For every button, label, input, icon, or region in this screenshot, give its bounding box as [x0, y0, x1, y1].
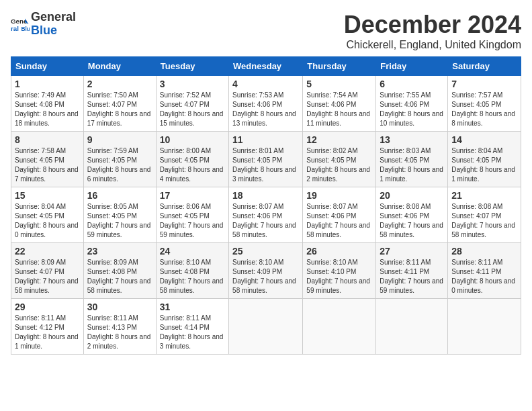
header-wednesday: Wednesday	[229, 57, 303, 76]
calendar-cell: 17Sunrise: 8:06 AM Sunset: 4:05 PM Dayli…	[156, 187, 228, 243]
header-thursday: Thursday	[303, 57, 376, 76]
day-number: 11	[232, 134, 299, 145]
calendar-cell: 3Sunrise: 7:52 AM Sunset: 4:07 PM Daylig…	[156, 76, 228, 132]
calendar-header: Sunday Monday Tuesday Wednesday Thursday…	[11, 57, 521, 76]
calendar-cell: 6Sunrise: 7:55 AM Sunset: 4:06 PM Daylig…	[376, 76, 448, 132]
calendar-cell	[376, 299, 448, 355]
calendar-cell: 19Sunrise: 8:07 AM Sunset: 4:06 PM Dayli…	[303, 187, 376, 243]
day-info: Sunrise: 8:07 AM Sunset: 4:06 PM Dayligh…	[306, 202, 372, 240]
calendar-cell: 28Sunrise: 8:11 AM Sunset: 4:11 PM Dayli…	[448, 243, 521, 299]
calendar-week-5: 29Sunrise: 8:11 AM Sunset: 4:12 PM Dayli…	[11, 299, 521, 355]
header-monday: Monday	[83, 57, 156, 76]
calendar-week-4: 22Sunrise: 8:09 AM Sunset: 4:07 PM Dayli…	[11, 243, 521, 299]
day-number: 1	[15, 79, 80, 89]
day-info: Sunrise: 7:59 AM Sunset: 4:05 PM Dayligh…	[87, 146, 152, 184]
day-info: Sunrise: 7:57 AM Sunset: 4:05 PM Dayligh…	[451, 91, 517, 128]
day-info: Sunrise: 8:06 AM Sunset: 4:05 PM Dayligh…	[160, 202, 225, 240]
day-info: Sunrise: 8:08 AM Sunset: 4:07 PM Dayligh…	[451, 202, 517, 240]
day-number: 12	[306, 134, 372, 145]
header-friday: Friday	[376, 57, 448, 76]
day-number: 2	[87, 79, 152, 89]
header-tuesday: Tuesday	[156, 57, 228, 76]
calendar-week-2: 8Sunrise: 7:58 AM Sunset: 4:05 PM Daylig…	[11, 132, 521, 187]
day-number: 7	[451, 79, 517, 89]
day-number: 10	[160, 134, 225, 145]
calendar-cell: 29Sunrise: 8:11 AM Sunset: 4:12 PM Dayli…	[11, 299, 84, 355]
logo: Gene ral Blue General Blue	[11, 11, 76, 38]
day-info: Sunrise: 7:55 AM Sunset: 4:06 PM Dayligh…	[380, 91, 444, 128]
day-number: 13	[380, 134, 444, 145]
day-info: Sunrise: 8:00 AM Sunset: 4:05 PM Dayligh…	[160, 146, 225, 184]
day-info: Sunrise: 8:10 AM Sunset: 4:09 PM Dayligh…	[232, 258, 299, 295]
calendar-cell: 13Sunrise: 8:03 AM Sunset: 4:05 PM Dayli…	[376, 132, 448, 187]
day-number: 28	[451, 246, 517, 257]
calendar-cell: 31Sunrise: 8:11 AM Sunset: 4:14 PM Dayli…	[156, 299, 228, 355]
calendar-cell: 23Sunrise: 8:09 AM Sunset: 4:08 PM Dayli…	[83, 243, 156, 299]
calendar-cell: 4Sunrise: 7:53 AM Sunset: 4:06 PM Daylig…	[229, 76, 303, 132]
calendar-cell	[303, 299, 376, 355]
calendar-cell: 20Sunrise: 8:08 AM Sunset: 4:06 PM Dayli…	[376, 187, 448, 243]
calendar-week-1: 1Sunrise: 7:49 AM Sunset: 4:08 PM Daylig…	[11, 76, 521, 132]
calendar-cell: 21Sunrise: 8:08 AM Sunset: 4:07 PM Dayli…	[448, 187, 521, 243]
day-number: 22	[15, 246, 80, 257]
calendar-cell	[448, 299, 521, 355]
day-number: 18	[232, 190, 299, 201]
day-number: 30	[87, 302, 152, 312]
day-number: 20	[380, 190, 444, 201]
calendar-cell: 9Sunrise: 7:59 AM Sunset: 4:05 PM Daylig…	[83, 132, 156, 187]
header-saturday: Saturday	[448, 57, 521, 76]
day-number: 16	[87, 190, 152, 201]
calendar-cell: 26Sunrise: 8:10 AM Sunset: 4:10 PM Dayli…	[303, 243, 376, 299]
day-number: 3	[160, 79, 225, 89]
svg-text:Blue: Blue	[21, 26, 30, 32]
calendar-cell: 16Sunrise: 8:05 AM Sunset: 4:05 PM Dayli…	[83, 187, 156, 243]
day-info: Sunrise: 7:52 AM Sunset: 4:07 PM Dayligh…	[160, 91, 225, 128]
day-info: Sunrise: 7:58 AM Sunset: 4:05 PM Dayligh…	[15, 146, 80, 184]
day-info: Sunrise: 8:10 AM Sunset: 4:10 PM Dayligh…	[306, 258, 372, 295]
calendar-cell: 12Sunrise: 8:02 AM Sunset: 4:05 PM Dayli…	[303, 132, 376, 187]
day-number: 14	[451, 134, 517, 145]
day-info: Sunrise: 8:08 AM Sunset: 4:06 PM Dayligh…	[380, 202, 444, 240]
day-number: 19	[306, 190, 372, 201]
calendar-title: December 2024	[344, 11, 521, 39]
day-info: Sunrise: 8:10 AM Sunset: 4:08 PM Dayligh…	[160, 258, 225, 295]
day-info: Sunrise: 8:05 AM Sunset: 4:05 PM Dayligh…	[87, 202, 152, 240]
day-number: 8	[15, 134, 80, 145]
calendar-cell: 22Sunrise: 8:09 AM Sunset: 4:07 PM Dayli…	[11, 243, 84, 299]
calendar-cell: 30Sunrise: 8:11 AM Sunset: 4:13 PM Dayli…	[83, 299, 156, 355]
day-info: Sunrise: 8:11 AM Sunset: 4:11 PM Dayligh…	[451, 258, 517, 295]
day-number: 6	[380, 79, 444, 89]
calendar-cell: 7Sunrise: 7:57 AM Sunset: 4:05 PM Daylig…	[448, 76, 521, 132]
logo-icon: Gene ral Blue	[11, 15, 30, 34]
calendar-cell: 18Sunrise: 8:07 AM Sunset: 4:06 PM Dayli…	[229, 187, 303, 243]
day-number: 26	[306, 246, 372, 257]
calendar-cell	[229, 299, 303, 355]
day-number: 17	[160, 190, 225, 201]
day-info: Sunrise: 8:04 AM Sunset: 4:05 PM Dayligh…	[15, 202, 80, 240]
calendar-body: 1Sunrise: 7:49 AM Sunset: 4:08 PM Daylig…	[11, 76, 521, 355]
day-info: Sunrise: 7:50 AM Sunset: 4:07 PM Dayligh…	[87, 91, 152, 128]
day-info: Sunrise: 7:53 AM Sunset: 4:06 PM Dayligh…	[232, 91, 299, 128]
calendar-cell: 8Sunrise: 7:58 AM Sunset: 4:05 PM Daylig…	[11, 132, 84, 187]
header-sunday: Sunday	[11, 57, 84, 76]
day-info: Sunrise: 8:11 AM Sunset: 4:12 PM Dayligh…	[15, 314, 80, 351]
day-info: Sunrise: 8:11 AM Sunset: 4:14 PM Dayligh…	[160, 314, 225, 351]
day-info: Sunrise: 8:09 AM Sunset: 4:07 PM Dayligh…	[15, 258, 80, 295]
svg-text:ral: ral	[11, 25, 19, 32]
calendar-cell: 5Sunrise: 7:54 AM Sunset: 4:06 PM Daylig…	[303, 76, 376, 132]
day-number: 9	[87, 134, 152, 145]
day-number: 27	[380, 246, 444, 257]
calendar-cell: 10Sunrise: 8:00 AM Sunset: 4:05 PM Dayli…	[156, 132, 228, 187]
day-info: Sunrise: 8:09 AM Sunset: 4:08 PM Dayligh…	[87, 258, 152, 295]
day-info: Sunrise: 8:01 AM Sunset: 4:05 PM Dayligh…	[232, 146, 299, 184]
calendar-cell: 15Sunrise: 8:04 AM Sunset: 4:05 PM Dayli…	[11, 187, 84, 243]
calendar-cell: 24Sunrise: 8:10 AM Sunset: 4:08 PM Dayli…	[156, 243, 228, 299]
day-info: Sunrise: 8:03 AM Sunset: 4:05 PM Dayligh…	[380, 146, 444, 184]
calendar-cell: 25Sunrise: 8:10 AM Sunset: 4:09 PM Dayli…	[229, 243, 303, 299]
day-info: Sunrise: 8:11 AM Sunset: 4:11 PM Dayligh…	[380, 258, 444, 295]
calendar-cell: 1Sunrise: 7:49 AM Sunset: 4:08 PM Daylig…	[11, 76, 84, 132]
day-number: 15	[15, 190, 80, 201]
calendar-subtitle: Chickerell, England, United Kingdom	[344, 39, 521, 51]
day-number: 24	[160, 246, 225, 257]
day-number: 4	[232, 79, 299, 89]
